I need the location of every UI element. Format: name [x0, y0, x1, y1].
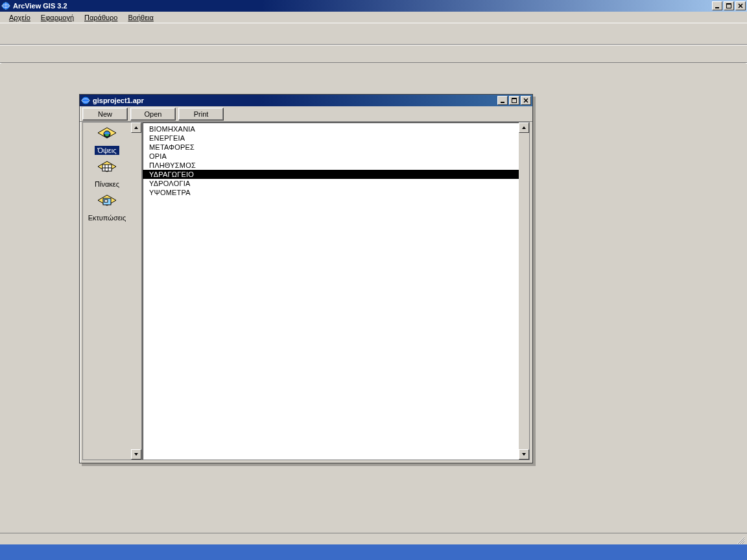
project-minimize-button[interactable]	[497, 96, 508, 105]
project-sidebar: Όψεις Πίνακες Εκτυπώσεις	[83, 122, 141, 460]
resize-grip-icon[interactable]	[735, 535, 744, 544]
app-icon	[1, 1, 10, 10]
tables-icon	[97, 160, 117, 178]
list-item[interactable]: ΕΝΕΡΓΕΙΑ	[143, 134, 519, 143]
svg-rect-16	[104, 200, 108, 202]
document-icon	[81, 96, 90, 105]
list-item[interactable]: ΜΕΤΑΦΟΡΕΣ	[143, 143, 519, 152]
maximize-button[interactable]	[724, 1, 734, 10]
app-titlebar: ArcView GIS 3.2	[0, 0, 747, 12]
project-title: gisproject1.apr	[93, 97, 497, 104]
app-title: ArcView GIS 3.2	[13, 2, 712, 10]
menu-file[interactable]: Αρχείο	[4, 13, 36, 22]
list-item[interactable]: ΟΡΙΑ	[143, 152, 519, 161]
menubar: Αρχείο Εφαρμογή Παράθυρο Βοήθεια	[0, 12, 747, 23]
scroll-down-button[interactable]	[519, 449, 529, 460]
svg-marker-19	[522, 126, 526, 129]
svg-rect-4	[726, 3, 731, 5]
print-button[interactable]: Print	[178, 108, 224, 121]
sidebar-item-label: Όψεις	[95, 146, 119, 155]
toolbar-row-2	[0, 44, 747, 62]
sidebar-item-layouts[interactable]: Εκτυπώσεις	[83, 192, 131, 226]
toolbar-row-1	[0, 23, 747, 44]
list-item[interactable]: ΠΛΗΘΥΣΜΟΣ	[143, 161, 519, 170]
workspace: gisproject1.apr New Open Print Όψε	[1, 63, 746, 533]
scroll-up-button[interactable]	[131, 122, 141, 133]
scroll-track[interactable]	[131, 133, 141, 449]
sidebar-item-label: Πίνακες	[92, 180, 122, 189]
menu-help[interactable]: Βοήθεια	[123, 13, 158, 22]
list-item[interactable]: ΥΔΡΑΓΩΓΕΙΟ	[143, 170, 519, 179]
project-titlebar[interactable]: gisproject1.apr	[80, 95, 532, 106]
project-close-button[interactable]	[521, 96, 531, 105]
svg-rect-7	[501, 102, 504, 103]
project-window-controls	[497, 96, 531, 105]
statusbar	[0, 533, 747, 544]
sidebar-item-label: Εκτυπώσεις	[86, 213, 129, 222]
project-content: Όψεις Πίνακες Εκτυπώσεις	[82, 122, 530, 460]
svg-marker-20	[522, 453, 526, 456]
list-item[interactable]: ΥΨΟΜΕΤΡΑ	[143, 188, 519, 197]
scroll-track[interactable]	[519, 133, 529, 449]
open-button[interactable]: Open	[130, 108, 176, 121]
project-window: gisproject1.apr New Open Print Όψε	[79, 94, 533, 463]
new-button[interactable]: New	[82, 108, 128, 121]
sidebar-item-views[interactable]: Όψεις	[83, 125, 131, 159]
list-item[interactable]: ΒΙΟΜΗΧΑΝΙΑ	[143, 124, 519, 134]
close-button[interactable]	[735, 1, 746, 10]
svg-marker-17	[134, 126, 138, 129]
list-item[interactable]: ΥΔΡΟΛΟΓΙΑ	[143, 179, 519, 188]
os-taskbar	[0, 544, 747, 560]
project-maximize-button[interactable]	[509, 96, 519, 105]
svg-marker-18	[134, 453, 138, 456]
toolbar-area	[0, 23, 747, 63]
sidebar-scrollbar[interactable]	[131, 122, 141, 460]
layouts-icon	[97, 194, 117, 212]
scroll-down-button[interactable]	[131, 449, 141, 460]
views-list: ΒΙΟΜΗΧΑΝΙΑ ΕΝΕΡΓΕΙΑ ΜΕΤΑΦΟΡΕΣ ΟΡΙΑ ΠΛΗΘΥ…	[141, 122, 529, 460]
svg-rect-2	[715, 7, 719, 8]
scroll-up-button[interactable]	[519, 122, 529, 133]
sidebar-item-tables[interactable]: Πίνακες	[83, 159, 131, 192]
svg-point-5	[82, 97, 89, 104]
svg-rect-9	[512, 98, 517, 99]
list-scrollbar[interactable]	[519, 122, 529, 460]
views-icon	[97, 126, 117, 145]
project-toolbar: New Open Print	[80, 106, 532, 122]
menu-application[interactable]: Εφαρμογή	[36, 13, 79, 22]
app-window-controls	[712, 1, 746, 10]
minimize-button[interactable]	[712, 1, 722, 10]
menu-window[interactable]: Παράθυρο	[79, 13, 123, 22]
